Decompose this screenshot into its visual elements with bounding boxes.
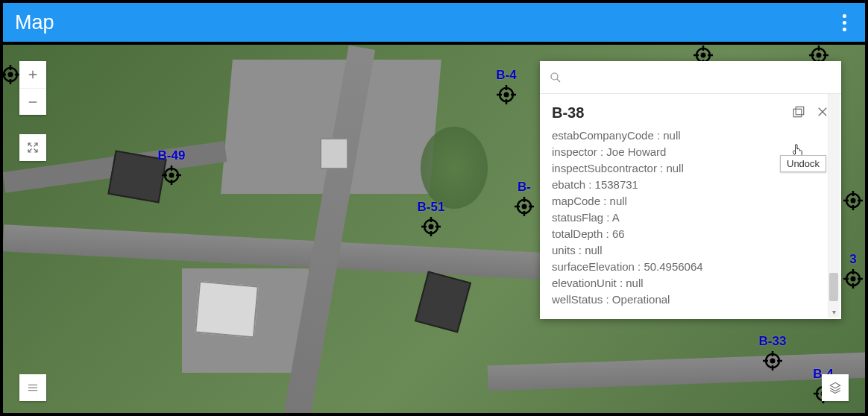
scroll-thumb[interactable] (829, 273, 838, 301)
marker-label: B-33 (759, 334, 787, 349)
svg-point-3 (429, 224, 434, 230)
svg-rect-24 (793, 109, 802, 117)
zoom-control-group (19, 61, 46, 115)
svg-point-13 (817, 53, 822, 58)
svg-point-5 (504, 92, 509, 98)
page-title: Map (15, 11, 54, 34)
map-marker[interactable] (3, 64, 21, 85)
bottom-right-control (822, 374, 849, 401)
marker-label: B- (518, 180, 531, 195)
svg-point-7 (8, 72, 13, 78)
feature-popup: B-38 estabCompanyCode : nullinspector : … (540, 61, 841, 319)
map-marker[interactable] (843, 190, 864, 211)
layers-icon (828, 381, 842, 394)
marker-label: B-49 (158, 148, 186, 163)
undock-button[interactable] (792, 105, 805, 119)
attribute-row: ebatch : 1538731 (552, 177, 829, 193)
attribute-row: statusFlag : A (552, 209, 829, 226)
svg-point-17 (851, 198, 856, 204)
marker-label: B-51 (418, 200, 445, 215)
minus-icon (26, 95, 40, 109)
attribute-row: estabCompanyCode : null (552, 127, 829, 144)
hamburger-icon (26, 381, 40, 394)
title-bar: Map (3, 3, 865, 42)
map-marker[interactable]: B-51 (421, 216, 441, 237)
undock-icon (792, 105, 805, 119)
svg-point-1 (169, 173, 174, 178)
layers-button[interactable] (822, 374, 849, 401)
popup-title: B-38 (552, 104, 584, 122)
attribute-row: totalDepth : 66 (552, 226, 829, 242)
map-marker[interactable]: B- (514, 196, 535, 217)
menu-button[interactable] (19, 374, 46, 401)
svg-point-9 (522, 204, 527, 209)
popup-scrollbar[interactable]: ▾ (828, 94, 840, 318)
map-marker[interactable]: B-33 (762, 350, 783, 371)
attribute-row: mapCode : null (552, 193, 829, 209)
svg-point-19 (770, 359, 776, 364)
fullscreen-button[interactable] (19, 134, 46, 161)
scroll-down-arrow[interactable]: ▾ (828, 306, 840, 318)
marker-label: 3 (849, 252, 856, 267)
svg-point-22 (551, 73, 558, 80)
bottom-left-control (19, 374, 46, 401)
attribute-row: units : null (552, 242, 829, 259)
attribute-row: wellStatus : Operational (552, 291, 829, 308)
map-canvas[interactable]: B-49B-51B-4B-B-473B-33B-4 (3, 45, 865, 413)
attribute-row: elevationUnit : null (552, 275, 829, 291)
svg-rect-23 (796, 107, 804, 115)
marker-label: B-4 (496, 68, 516, 83)
zoom-in-button[interactable] (19, 61, 46, 88)
map-marker[interactable]: B-49 (161, 165, 182, 186)
attribute-row: surfaceElevation : 50.4956064 (552, 259, 829, 275)
more-options-button[interactable] (835, 13, 853, 31)
popup-search-bar[interactable] (540, 61, 841, 94)
svg-point-11 (701, 53, 706, 58)
fullscreen-control (19, 134, 46, 161)
plus-icon (26, 68, 40, 81)
search-icon (549, 71, 562, 84)
undock-tooltip: Undock (780, 155, 826, 172)
map-marker[interactable]: B-4 (496, 84, 517, 105)
expand-icon (26, 141, 40, 154)
zoom-out-button[interactable] (19, 88, 46, 115)
map-marker[interactable]: 3 (843, 268, 864, 289)
svg-point-15 (851, 277, 856, 282)
